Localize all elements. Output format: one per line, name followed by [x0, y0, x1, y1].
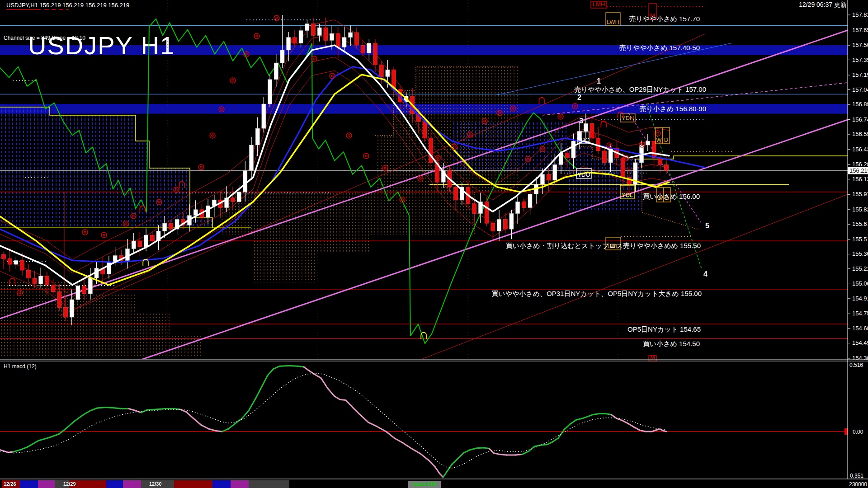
candle-body: [287, 38, 291, 50]
macd-main-line: [582, 417, 588, 418]
candle-body: [367, 43, 371, 53]
candle-body: [497, 219, 501, 231]
macd-main-line: [411, 449, 420, 454]
price-axis[interactable]: 157.810157.655157.500157.350157.195157.0…: [848, 11, 868, 361]
macd-main-line: [66, 421, 75, 429]
signal-circle-dot: [256, 35, 258, 37]
candle-body: [268, 80, 272, 104]
candle-body: [454, 187, 458, 200]
date-label: 12/30: [149, 481, 162, 487]
candle-body: [163, 223, 167, 231]
candle-body: [39, 276, 43, 284]
macd-axis-max: 0.516: [849, 362, 863, 368]
signal-circle-dot: [276, 17, 278, 19]
candle-body: [26, 270, 30, 278]
level-box-label: YDO: [577, 171, 590, 178]
macd-main-line: [20, 447, 27, 450]
signal-circle-icon: [558, 114, 563, 119]
signal-circle-dot: [103, 234, 105, 236]
order-annotation: 売り小さめ 156.80-90: [639, 105, 706, 113]
wave-number: 1: [576, 133, 580, 141]
macd-main-line: [304, 367, 308, 370]
level-box-label: LWH: [607, 19, 619, 25]
candle-body: [20, 260, 24, 270]
session-segment: [249, 480, 289, 488]
candle-body: [8, 258, 12, 264]
order-annotation: 買いやや小さめ、OP31日NYカット、OP5日NYカット大きめ 155.00: [491, 290, 702, 297]
signal-circle-icon: [274, 15, 279, 21]
macd-main-line: [115, 408, 122, 408]
candle-body: [553, 164, 557, 180]
macd-main-line: [477, 448, 484, 448]
macd-main-line: [27, 441, 38, 447]
macd-main-line: [186, 412, 193, 418]
axis-tick-label: 154.755: [852, 310, 868, 317]
candle-body: [528, 194, 532, 207]
signal-circle-dot: [348, 135, 350, 136]
macd-main-line: [262, 375, 268, 386]
level-box-label: W: [656, 136, 662, 143]
macd-main-line: [14, 450, 20, 451]
candle-body: [126, 249, 130, 260]
signal-circle-dot: [331, 75, 333, 77]
order-annotation: 買い小さめ 156.00: [643, 192, 700, 200]
candle-body: [423, 122, 427, 138]
candle-body: [354, 33, 359, 45]
macd-main-line: [201, 425, 209, 429]
macd-main-line: [588, 414, 593, 416]
macd-main-line: [394, 438, 402, 442]
level-box-label: D: [664, 136, 668, 143]
macd-main-line: [255, 386, 262, 399]
chart-canvas[interactable]: USDJPY H1 ∩∩∩∩∩∩∩∩ LMHMLWHYDHYDCWDYDOYDL…: [0, 0, 868, 488]
macd-main-line: [386, 432, 394, 438]
wave-number: 4: [703, 270, 708, 278]
axis-tick-label: 157.500: [852, 42, 868, 48]
axis-tick-label: 156.435: [852, 146, 868, 153]
macd-toggle-button[interactable]: macd ON: [408, 481, 441, 488]
macd-main-line: [216, 431, 222, 432]
candle-body: [262, 104, 266, 128]
candle-body: [485, 202, 489, 224]
symbol-ohlc-readout: USDJPY,H1 156.219 156.219 156.219 156.21…: [6, 2, 129, 9]
candle-body: [336, 33, 340, 47]
candle-body: [2, 254, 6, 258]
macd-main-line: [522, 451, 529, 454]
signal-circle-dot: [200, 166, 202, 168]
signal-circle-icon: [230, 78, 236, 83]
signal-circle-dot: [609, 145, 610, 146]
signal-circle-icon: [101, 232, 107, 238]
macd-main-line: [494, 453, 500, 455]
axis-tick-label: 157.350: [852, 56, 868, 63]
candle-body: [305, 23, 309, 30]
candle-body: [621, 158, 625, 177]
macd-main-line: [340, 399, 346, 400]
candle-body: [237, 192, 241, 202]
macd-indicator: [0, 366, 849, 477]
buy-hook-icon: ∩: [419, 327, 429, 342]
macd-main-line: [0, 450, 8, 452]
macd-main-line: [606, 413, 611, 414]
wave-number: 1: [597, 77, 601, 85]
candle-body: [231, 198, 235, 202]
candle-body: [491, 223, 495, 231]
signal-circle-icon: [254, 33, 259, 39]
candle-body: [547, 174, 551, 180]
wave-number: 5: [705, 222, 709, 230]
channel-info-label: Channel size = 849 Slope = 12.10: [4, 35, 85, 41]
macd-main-line: [420, 454, 429, 460]
macd-main-line: [289, 366, 298, 366]
macd-main-line: [368, 422, 377, 427]
candle-body: [14, 260, 18, 264]
axis-tick-label: 155.820: [852, 206, 868, 213]
level-box-label: YDH: [622, 115, 634, 122]
axis-tick-label: 154.455: [852, 339, 868, 346]
candle-body: [250, 145, 254, 170]
signal-circle-dot: [212, 135, 213, 136]
candle-body: [206, 206, 210, 217]
order-annotation: 売りやや小さめ、OP29日NYカット 157.00: [574, 85, 706, 93]
candle-body: [664, 164, 668, 170]
macd-zero-axis-marker: [844, 428, 849, 435]
macd-main-line: [435, 467, 439, 473]
macd-main-line: [484, 448, 489, 448]
signal-circle-icon: [198, 164, 204, 170]
